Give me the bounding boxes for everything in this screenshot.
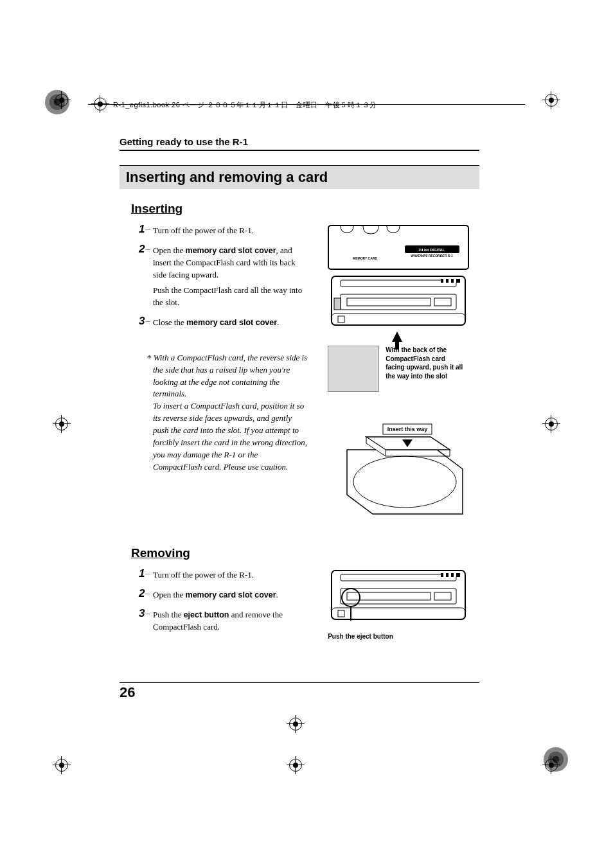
inserting-columns: 1 Turn off the power of the R-1. 2 Open … — [120, 225, 479, 520]
text-run: . — [277, 317, 279, 327]
inserting-text-column: 1 Turn off the power of the R-1. 2 Open … — [120, 225, 308, 473]
svg-rect-17 — [341, 574, 456, 581]
page: R-1_egfis1.book 26 ページ ２００５年１１月１１日 金曜日 午… — [0, 0, 613, 868]
svg-rect-24 — [434, 592, 451, 600]
figure-caption: With the back of the CompactFlash card f… — [386, 346, 463, 392]
running-header: R-1_egfis1.book 26 ページ ２００５年１１月１１日 金曜日 午… — [113, 100, 377, 110]
svg-rect-3 — [341, 280, 456, 287]
footnote: * With a CompactFlash card, the reverse … — [139, 352, 308, 473]
insert-this-way-label: Insert this way — [387, 426, 428, 432]
photo-placeholder — [328, 346, 379, 392]
step-3: 3 Push the eject button and remove the C… — [139, 609, 308, 637]
crop-mark-icon — [55, 94, 68, 109]
svg-rect-16 — [332, 571, 465, 619]
inserting-heading: Inserting — [131, 202, 479, 216]
bold-run: eject button — [184, 610, 229, 619]
text-run: Open the — [153, 590, 186, 599]
recorder-label: WAVE/MP3 RECORDER R-1 — [411, 254, 453, 258]
svg-rect-12 — [332, 314, 465, 325]
heading-rule — [120, 150, 479, 151]
step-body: Push the eject button and remove the Com… — [153, 609, 308, 637]
step-body: Turn off the power of the R-1. — [153, 225, 254, 241]
step-2: 2 Open the memory card slot cover, and i… — [139, 245, 308, 313]
card-orientation-illustration: Insert this way — [341, 411, 469, 520]
svg-rect-11 — [434, 298, 451, 306]
step-text: Open the memory card slot cover, and ins… — [153, 245, 308, 281]
arrow-up-icon — [392, 332, 402, 342]
step-number: 3 — [139, 608, 153, 619]
svg-rect-5 — [443, 279, 446, 283]
step-text: Open the memory card slot cover. — [153, 589, 278, 601]
svg-rect-9 — [347, 298, 431, 306]
svg-point-14 — [353, 456, 456, 508]
step-text: Turn off the power of the R-1. — [153, 569, 254, 581]
svg-rect-6 — [449, 279, 451, 283]
header-target-icon — [94, 98, 107, 113]
svg-rect-21 — [454, 573, 456, 577]
crop-mark-icon — [545, 759, 558, 774]
text-run: Close the — [153, 317, 186, 327]
step-2: 2 Open the memory card slot cover. — [139, 589, 308, 605]
step-body: Close the memory card slot cover. — [153, 317, 279, 333]
note-text: To insert a CompactFlash card, position … — [153, 401, 307, 471]
step-text: Turn off the power of the R-1. — [153, 225, 254, 237]
step-text: Push the CompactFlash card all the way i… — [153, 285, 308, 309]
svg-rect-8 — [341, 294, 456, 310]
svg-rect-2 — [332, 276, 465, 325]
svg-rect-20 — [449, 573, 451, 577]
text-run: . — [276, 590, 278, 599]
removing-columns: 1 Turn off the power of the R-1. 2 Open … — [120, 569, 479, 641]
svg-rect-22 — [341, 589, 456, 604]
note-star: * — [147, 353, 152, 362]
removing-text-column: 1 Turn off the power of the R-1. 2 Open … — [120, 569, 308, 641]
inserting-figure-column: 24 bit DIGITAL WAVE/MP3 RECORDER R-1 MEM… — [308, 225, 479, 520]
eject-illustration — [328, 569, 469, 621]
step-number: 3 — [139, 315, 153, 326]
crop-mark-icon — [289, 718, 302, 733]
page-number: 26 — [120, 684, 135, 701]
memory-card-label: MEMORY CARD — [353, 256, 377, 260]
svg-rect-26 — [338, 610, 344, 617]
step-body: Open the memory card slot cover, and ins… — [153, 245, 308, 313]
step-number: 1 — [139, 568, 153, 579]
content-area: Getting ready to use the R-1 Inserting a… — [120, 136, 479, 641]
crop-mark-icon — [55, 418, 68, 433]
crop-mark-icon — [545, 418, 558, 433]
bold-run: memory card slot cover — [186, 590, 276, 599]
bold-run: memory card slot cover — [186, 246, 276, 255]
device-top-illustration: 24 bit DIGITAL WAVE/MP3 RECORDER R-1 MEM… — [328, 225, 469, 270]
step-text: Close the memory card slot cover. — [153, 317, 279, 329]
slot-illustration — [328, 275, 469, 326]
step-number: 1 — [139, 224, 153, 235]
svg-rect-13 — [338, 316, 344, 323]
text-run: Push the — [153, 610, 184, 619]
step-1: 1 Turn off the power of the R-1. — [139, 569, 308, 585]
text-run: Open the — [153, 245, 186, 255]
crop-mark-icon — [289, 759, 302, 774]
step-number: 2 — [139, 244, 153, 254]
photo-caption-row: With the back of the CompactFlash card f… — [328, 346, 479, 392]
footer-rule — [120, 682, 479, 683]
step-text: Push the eject button and remove the Com… — [153, 609, 308, 633]
svg-rect-19 — [443, 573, 446, 577]
step-3: 3 Close the memory card slot cover. — [139, 317, 308, 333]
step-body: Turn off the power of the R-1. — [153, 569, 254, 585]
eject-caption: Push the eject button — [328, 632, 479, 641]
step-number: 2 — [139, 588, 153, 599]
note-text: With a CompactFlash card, the reverse si… — [153, 353, 307, 399]
svg-rect-10 — [334, 298, 341, 310]
step-1: 1 Turn off the power of the R-1. — [139, 225, 308, 241]
badge-label: 24 bit DIGITAL — [419, 248, 445, 252]
crop-mark-icon — [545, 94, 558, 109]
bold-run: memory card slot cover — [186, 318, 277, 327]
svg-rect-25 — [332, 608, 465, 619]
main-title: Inserting and removing a card — [120, 165, 479, 189]
removing-figure-column: Push the eject button — [308, 569, 479, 641]
section-heading: Getting ready to use the R-1 — [120, 136, 479, 147]
step-body: Open the memory card slot cover. — [153, 589, 278, 605]
removing-heading: Removing — [131, 546, 479, 560]
svg-rect-7 — [454, 279, 456, 283]
crop-mark-icon — [55, 759, 68, 774]
